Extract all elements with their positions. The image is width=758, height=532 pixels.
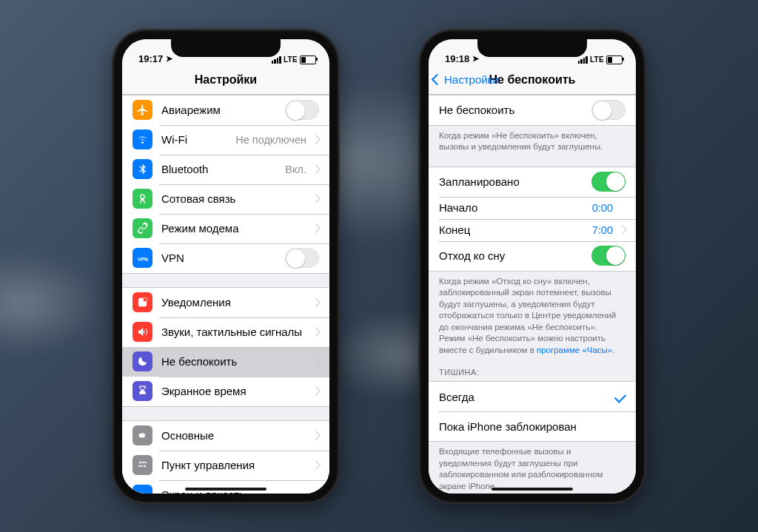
dnd-settings[interactable]: Не беспокоить Когда режим «Не беспокоить…	[429, 95, 636, 494]
clock-app-link[interactable]: программе «Часы»	[537, 346, 612, 354]
vpn-icon: VPN	[133, 248, 152, 268]
footer-text: .	[612, 346, 614, 354]
row-label: Bluetooth	[161, 163, 281, 175]
chevron-right-icon	[311, 460, 321, 470]
chevron-right-icon	[311, 357, 321, 366]
row-general[interactable]: Основные	[122, 420, 329, 451]
switch-scheduled[interactable]	[591, 172, 625, 192]
row-from[interactable]: Начало 0:00	[429, 197, 636, 219]
row-label: Конец	[439, 223, 588, 236]
battery-icon	[300, 55, 316, 64]
chevron-right-icon	[311, 135, 321, 144]
row-locked[interactable]: Пока iPhone заблокирован	[429, 411, 636, 442]
bluetooth-icon	[133, 159, 152, 179]
row-label: Не беспокоить	[439, 104, 591, 116]
footer-dnd: Когда режим «Не беспокоить» включен, выз…	[429, 126, 636, 155]
page-title: Настройки	[195, 73, 257, 87]
home-indicator[interactable]	[492, 488, 573, 491]
switch-vpn[interactable]	[285, 248, 319, 268]
svg-rect-6	[138, 465, 143, 466]
row-cellular[interactable]: Сотовая связь	[122, 184, 329, 214]
speaker-icon	[133, 322, 152, 342]
row-label: Режим модема	[161, 222, 306, 235]
row-screentime[interactable]: Экранное время	[122, 377, 329, 407]
row-label: Основные	[161, 429, 306, 442]
switch-airplane[interactable]	[285, 100, 319, 120]
row-label: Экранное время	[161, 385, 306, 397]
row-label: Пока iPhone заблокирован	[439, 420, 625, 433]
location-arrow-icon: ➤	[166, 54, 172, 64]
switch-dnd[interactable]	[591, 100, 625, 120]
gear-icon	[133, 425, 152, 445]
row-display[interactable]: AAЭкран и яркость	[122, 480, 329, 494]
row-always[interactable]: Всегда	[429, 381, 636, 411]
row-label: Начало	[439, 201, 588, 214]
row-vpn[interactable]: VPNVPN	[122, 243, 329, 274]
status-time: 19:17	[138, 53, 163, 64]
text-size-icon: AA	[133, 485, 152, 494]
row-label: Звуки, тактильные сигналы	[161, 326, 306, 338]
screen-right: 19:18 ➤ LTE Настройки Не беспокоить	[429, 39, 636, 494]
svg-point-5	[144, 465, 146, 468]
row-label: Отход ко сну	[439, 249, 591, 262]
carrier-label: LTE	[284, 55, 298, 64]
row-scheduled[interactable]: Запланировано	[429, 166, 636, 197]
back-button[interactable]: Настройки	[433, 66, 499, 94]
row-label: Пункт управления	[161, 459, 306, 471]
row-label: VPN	[161, 252, 285, 264]
row-label: Сотовая связь	[161, 192, 306, 205]
svg-rect-4	[142, 462, 147, 462]
switch-bedtime[interactable]	[591, 246, 625, 266]
chevron-right-icon	[311, 223, 321, 233]
screen-left: 19:17 ➤ LTE Настройки АвиарежимWi-FiНе п…	[122, 39, 329, 494]
row-dnd[interactable]: Не беспокоить	[122, 347, 329, 377]
chevron-right-icon	[311, 431, 321, 440]
row-label: Уведомления	[161, 296, 306, 309]
chevron-right-icon	[311, 164, 321, 174]
row-to[interactable]: Конец 7:00	[429, 219, 636, 241]
footer-bedtime: Когда режим «Отход ко сну» включен, забл…	[429, 272, 636, 358]
row-bluetooth[interactable]: BluetoothВкл.	[122, 155, 329, 184]
carrier-label: LTE	[590, 55, 604, 64]
settings-list[interactable]: АвиарежимWi-FiНе подключенBluetoothВкл.С…	[122, 95, 329, 494]
phone-right: 19:18 ➤ LTE Настройки Не беспокоить	[420, 30, 645, 502]
sliders-icon	[133, 455, 152, 475]
row-label: Wi-Fi	[161, 133, 231, 146]
battery-icon	[606, 55, 623, 64]
wifi-icon	[133, 129, 152, 149]
row-hotspot[interactable]: Режим модема	[122, 214, 329, 243]
signal-icon	[272, 56, 281, 64]
svg-point-2	[143, 297, 147, 302]
row-airplane[interactable]: Авиарежим	[122, 95, 329, 125]
chevron-right-icon	[617, 225, 627, 235]
link-icon	[133, 218, 152, 238]
home-indicator[interactable]	[185, 488, 266, 491]
row-controlcenter[interactable]: Пункт управления	[122, 451, 329, 480]
airplane-icon	[133, 100, 152, 120]
hourglass-icon	[133, 381, 152, 401]
svg-text:A: A	[138, 491, 143, 494]
row-label: Авиарежим	[161, 104, 285, 116]
notify-icon	[133, 292, 152, 312]
antenna-icon	[133, 189, 152, 209]
svg-point-3	[139, 462, 141, 464]
chevron-right-icon	[311, 490, 321, 493]
chevron-right-icon	[311, 194, 321, 203]
phone-left: 19:17 ➤ LTE Настройки АвиарежимWi-FiНе п…	[113, 30, 338, 502]
svg-text:VPN: VPN	[138, 257, 148, 262]
chevron-right-icon	[311, 386, 321, 396]
notch	[171, 39, 281, 57]
nav-bar: Настройки	[122, 66, 329, 95]
checkmark-icon	[614, 391, 626, 403]
footer-text: Когда режим «Отход ко сну» включен, забл…	[439, 277, 616, 354]
row-notifications[interactable]: Уведомления	[122, 287, 329, 317]
status-time: 19:18	[445, 53, 469, 64]
row-bedtime[interactable]: Отход ко сну	[429, 241, 636, 272]
row-label: Запланировано	[439, 175, 591, 188]
footer-silence: Входящие телефонные вызовы и уведомления…	[429, 442, 636, 493]
row-wifi[interactable]: Wi-FiНе подключен	[122, 125, 329, 155]
chevron-right-icon	[311, 327, 321, 337]
row-dnd[interactable]: Не беспокоить	[429, 95, 636, 126]
page-title: Не беспокоить	[489, 73, 576, 87]
row-sounds[interactable]: Звуки, тактильные сигналы	[122, 317, 329, 347]
